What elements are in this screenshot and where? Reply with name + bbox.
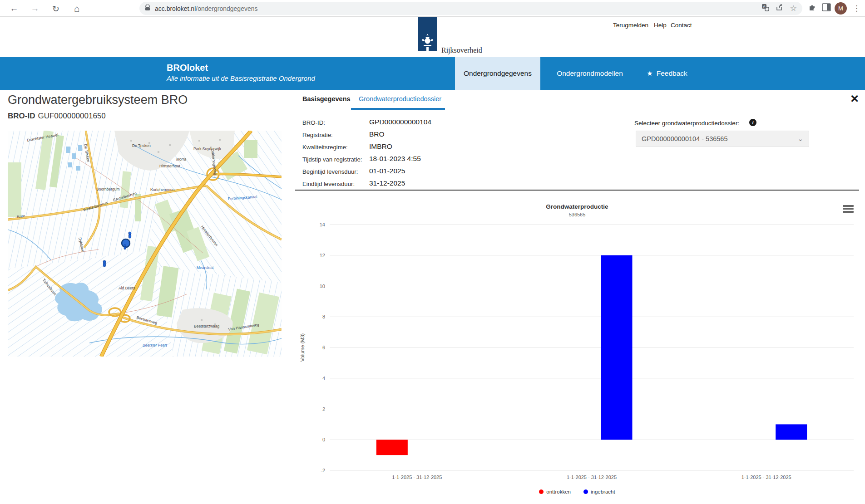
dossier-selector-label: Selecteer grondwaterproductiedossier:: [634, 120, 739, 127]
field-row-bro-id: BRO-ID: GPD000000000104: [302, 117, 557, 129]
profile-avatar[interactable]: M: [835, 2, 847, 15]
legend-item-ingebracht[interactable]: ingebracht: [583, 489, 615, 494]
chart-bar-onttrokken: [376, 440, 408, 455]
bookmark-star-icon[interactable]: ☆: [790, 4, 797, 13]
field-row-begintijd: Begintijd levensduur: 01-01-2025: [302, 166, 557, 178]
nav-item-feedback[interactable]: ★ Feedback: [642, 57, 692, 90]
chart-legend: onttrokkeningebracht: [295, 489, 859, 494]
x-axis-label: 1-1-2025 - 31-12-2025: [741, 475, 791, 480]
url-path: /ondergrondgegevens: [196, 5, 257, 12]
chevron-down-icon: ⌄: [797, 135, 803, 143]
browser-toolbar: ← → ↻ ⌂ acc.broloket.nl/ondergrondgegeve…: [0, 0, 865, 17]
topographic-map[interactable]: Drachtster HeaweiDe TriskenDe TriskenPar…: [8, 131, 282, 357]
forward-icon[interactable]: →: [28, 2, 42, 15]
y-axis-tick: 10: [320, 284, 325, 289]
brand-tagline: Alle informatie uit de Basisregistratie …: [167, 74, 315, 82]
map-label: Ald Beets: [119, 286, 135, 290]
lock-icon: [145, 5, 150, 13]
legend-label: ingebracht: [591, 489, 615, 494]
map-label: Beetster Feart: [143, 343, 167, 347]
bro-id-value: GUF000000001650: [38, 112, 105, 120]
bro-id-label: BRO-ID: [8, 112, 35, 120]
chart-bar-ingebracht: [776, 424, 807, 440]
map-marker[interactable]: [103, 260, 106, 267]
y-axis-tick: 8: [322, 314, 325, 319]
field-row-tijdstip: Tijdstip van registratie: 18-01-2023 4:5…: [302, 154, 557, 166]
y-axis-tick: 0: [322, 437, 325, 442]
field-row-registratie: Registratie: BRO: [302, 129, 557, 142]
extensions-puzzle-icon[interactable]: [808, 3, 817, 14]
back-icon[interactable]: ←: [7, 2, 21, 15]
y-axis-tick: 6: [322, 345, 325, 350]
legend-dot: [583, 489, 588, 494]
section-divider: [295, 190, 859, 191]
legend-dot: [539, 489, 544, 494]
close-icon[interactable]: ✕: [850, 93, 859, 105]
map-label: Park Suyderwijk: [193, 147, 222, 151]
share-icon[interactable]: [776, 4, 784, 13]
url-domain: acc.broloket.nl: [155, 5, 196, 12]
map-label: Kortehemmen: [150, 187, 175, 192]
field-row-eindtijd: Eindtijd levensduur: 31-12-2025: [302, 178, 557, 191]
site-header: Rijksoverheid Terugmelden Help Contact: [0, 17, 865, 57]
star-icon: ★: [647, 69, 652, 78]
chrome-menu-icon[interactable]: ⋮: [853, 4, 860, 13]
y-axis-tick: -2: [321, 468, 325, 473]
map-marker[interactable]: [124, 245, 126, 250]
tab-basisgegevens[interactable]: Basisgegevens: [302, 95, 351, 103]
brand-block[interactable]: BROloket Alle informatie uit de Basisreg…: [167, 63, 315, 82]
brand-title: BROloket: [167, 63, 315, 73]
nav-item-ondergrondgegevens[interactable]: Ondergrondgegevens: [455, 57, 540, 90]
side-panel-icon[interactable]: [822, 3, 831, 14]
main-nav: BROloket Alle informatie uit de Basisreg…: [0, 57, 865, 90]
info-icon[interactable]: i: [749, 119, 756, 126]
grondwaterproductie-chart: Grondwaterproductie 536565 14121086420-2…: [295, 200, 859, 501]
reload-icon[interactable]: ↻: [49, 2, 63, 15]
map-label: Morra: [176, 157, 186, 161]
y-axis-tick: 4: [322, 376, 325, 381]
nav-item-ondergrondmodellen[interactable]: Ondergrondmodellen: [549, 57, 631, 90]
map-marker[interactable]: [129, 232, 131, 238]
translate-icon[interactable]: A: [761, 4, 769, 13]
header-link-contact[interactable]: Contact: [671, 22, 692, 29]
map-label: Himsterhout: [159, 164, 180, 168]
x-axis-label: 1-1-2025 - 31-12-2025: [392, 475, 442, 480]
dossier-select-value: GPD000000000104 - 536565: [642, 135, 727, 142]
y-axis-tick: 14: [320, 222, 325, 227]
page-title: Grondwatergebruiksysteem BRO: [8, 93, 188, 107]
rijksoverheid-logo: [418, 17, 437, 51]
home-icon[interactable]: ⌂: [70, 2, 84, 15]
map-label: De Trisken: [132, 143, 151, 148]
x-axis-label: 1-1-2025 - 31-12-2025: [567, 475, 617, 480]
bro-id-line: BRO-IDGUF000000001650: [8, 112, 106, 121]
legend-label: onttrokken: [546, 489, 571, 494]
tab-grondwaterproductiedossier[interactable]: Grondwaterproductiedossier: [359, 95, 441, 103]
dossier-select[interactable]: GPD000000000104 - 536565 ⌄: [636, 131, 809, 147]
header-link-help[interactable]: Help: [654, 22, 667, 29]
y-axis-tick: 12: [320, 253, 325, 258]
map-label: Mearsleat: [197, 265, 214, 270]
field-row-kwaliteitsregime: Kwaliteitsregime: IMBRO: [302, 142, 557, 154]
url-bar[interactable]: acc.broloket.nl/ondergrondgegevens A ☆: [139, 2, 802, 15]
header-link-terugmelden[interactable]: Terugmelden: [613, 22, 648, 29]
legend-item-onttrokken[interactable]: onttrokken: [539, 489, 571, 494]
logo-wordmark: Rijksoverheid: [441, 46, 482, 54]
map-label: Beetsterzwaag: [194, 324, 219, 328]
map-label: Boornbergum: [96, 187, 120, 191]
y-axis-tick: 2: [322, 406, 325, 412]
chart-bar-ingebracht: [601, 255, 633, 440]
y-axis-title: Volume (M3): [300, 333, 305, 362]
tabs-border: [295, 110, 865, 110]
